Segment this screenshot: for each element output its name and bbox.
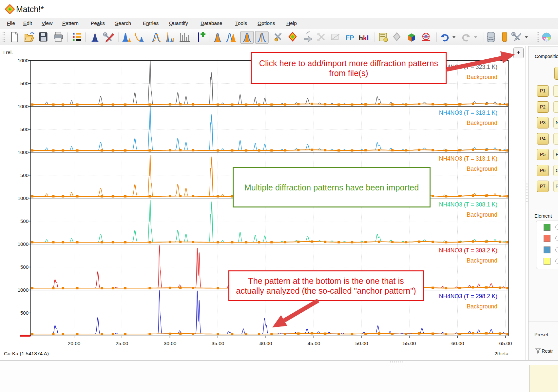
svg-text:25.00: 25.00 bbox=[116, 341, 128, 346]
svg-text:NH4NO3 (T = 298.2 K): NH4NO3 (T = 298.2 K) bbox=[439, 293, 497, 300]
svg-text:500: 500 bbox=[20, 81, 29, 86]
svg-text:40.00: 40.00 bbox=[260, 341, 272, 346]
svg-text:NH4NO3 (T = 323.1 K): NH4NO3 (T = 323.1 K) bbox=[439, 64, 497, 70]
svg-text:Cu-Ka (1.541874 A): Cu-Ka (1.541874 A) bbox=[4, 351, 49, 356]
svg-text:500: 500 bbox=[20, 127, 29, 132]
svg-text:1000: 1000 bbox=[18, 287, 29, 293]
svg-text:20.00: 20.00 bbox=[68, 341, 81, 346]
svg-text:1000: 1000 bbox=[18, 104, 29, 109]
svg-text:60.00: 60.00 bbox=[452, 341, 464, 346]
svg-text:500: 500 bbox=[20, 264, 29, 270]
svg-text:1000: 1000 bbox=[18, 58, 29, 63]
svg-text:Background: Background bbox=[467, 166, 497, 172]
svg-text:500: 500 bbox=[20, 172, 29, 178]
svg-text:1000: 1000 bbox=[18, 241, 29, 247]
svg-text:Background: Background bbox=[467, 211, 497, 218]
svg-text:Background: Background bbox=[467, 303, 497, 310]
svg-text:1000: 1000 bbox=[18, 149, 29, 155]
svg-text:500: 500 bbox=[20, 218, 29, 224]
svg-text:NH4NO3 (T = 318.1 K): NH4NO3 (T = 318.1 K) bbox=[439, 109, 497, 116]
svg-text:45.00: 45.00 bbox=[308, 341, 320, 346]
svg-text:35.00: 35.00 bbox=[212, 341, 224, 346]
svg-text:2theta: 2theta bbox=[494, 351, 509, 356]
svg-text:30.00: 30.00 bbox=[164, 341, 177, 346]
svg-text:500: 500 bbox=[20, 310, 29, 316]
svg-text:NH4NO3 (T = 313.1 K): NH4NO3 (T = 313.1 K) bbox=[439, 155, 497, 162]
svg-text:1000: 1000 bbox=[18, 195, 29, 201]
svg-text:55.00: 55.00 bbox=[403, 341, 416, 346]
svg-text:50.00: 50.00 bbox=[356, 341, 368, 346]
svg-text:I rel.: I rel. bbox=[3, 49, 13, 55]
svg-text:65.00: 65.00 bbox=[499, 341, 512, 346]
svg-text:NH4NO3 (T = 303.2 K): NH4NO3 (T = 303.2 K) bbox=[439, 247, 497, 254]
svg-text:Background: Background bbox=[467, 74, 497, 80]
svg-text:NH4NO3 (T = 308.1 K): NH4NO3 (T = 308.1 K) bbox=[439, 201, 497, 208]
svg-text:Background: Background bbox=[467, 120, 497, 126]
svg-text:Background: Background bbox=[467, 257, 497, 264]
